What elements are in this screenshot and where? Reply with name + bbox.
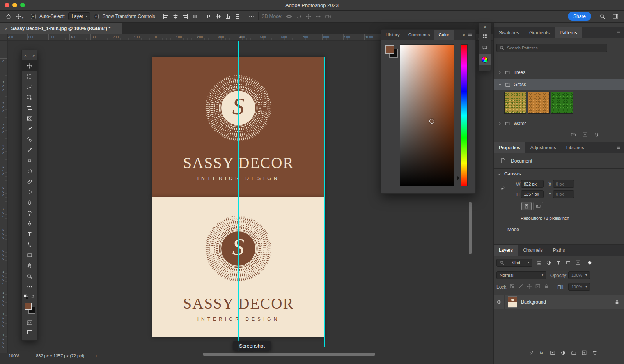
pattern-group-water[interactable]: Water — [494, 118, 624, 129]
auto-select-dropdown[interactable]: Layer ▾ — [68, 12, 90, 20]
guide-horizontal-2[interactable] — [8, 254, 493, 254]
delete-pattern-icon[interactable] — [594, 132, 599, 137]
orientation-landscape-button[interactable] — [533, 202, 543, 210]
hand-tool[interactable] — [22, 260, 37, 271]
home-icon[interactable] — [5, 13, 12, 19]
pattern-thumb-grass-yellow[interactable] — [504, 92, 526, 114]
filter-toggle[interactable] — [588, 261, 592, 265]
new-group-icon[interactable] — [571, 350, 576, 355]
tab-comments[interactable]: Comments — [404, 30, 434, 40]
tab-adjustments[interactable]: Adjustments — [525, 142, 561, 153]
layer-thumbnail[interactable] — [508, 296, 517, 308]
orientation-portrait-button[interactable] — [521, 202, 532, 210]
width-field[interactable] — [521, 180, 544, 188]
gradient-tool[interactable] — [22, 187, 37, 197]
height-field[interactable] — [521, 190, 544, 198]
tab-history[interactable]: History — [381, 30, 404, 40]
zoom-tool[interactable] — [22, 271, 37, 281]
marquee-tool[interactable] — [22, 71, 37, 81]
tab-color[interactable]: Color — [434, 30, 453, 40]
hue-slider-marker[interactable] — [457, 176, 460, 180]
healing-brush-tool[interactable] — [22, 134, 37, 145]
rectangle-tool[interactable] — [22, 250, 37, 260]
lock-artboard-icon[interactable] — [535, 284, 541, 289]
chevron-down-icon[interactable] — [497, 172, 501, 176]
default-colors-icon[interactable] — [24, 294, 28, 299]
lock-pixels-icon[interactable] — [518, 284, 523, 289]
quick-mask-icon[interactable] — [27, 320, 33, 326]
distribute-horizontal-icon[interactable] — [192, 13, 198, 19]
eyedropper-tool[interactable] — [22, 124, 37, 134]
panel-color-swatches[interactable] — [385, 45, 399, 59]
dodge-tool[interactable] — [22, 208, 37, 218]
filter-pixel-layers-icon[interactable] — [536, 260, 542, 265]
more-align-options-icon[interactable] — [248, 13, 255, 19]
show-transform-checkbox[interactable]: ✓ — [94, 14, 99, 19]
panel-icon-color[interactable] — [479, 54, 491, 65]
layer-visibility-toggle[interactable] — [494, 295, 505, 309]
tab-gradients[interactable]: Gradients — [524, 27, 555, 38]
swap-colors-icon[interactable] — [30, 294, 35, 299]
guide-vertical-right[interactable] — [324, 57, 325, 347]
saturation-brightness-field[interactable] — [400, 44, 454, 186]
tab-properties[interactable]: Properties — [494, 142, 525, 153]
fill-dropdown[interactable]: 100% ▾ — [568, 283, 590, 291]
x-field[interactable] — [553, 180, 574, 188]
guide-vertical-left[interactable] — [152, 57, 152, 347]
new-adjustment-layer-icon[interactable] — [560, 350, 566, 355]
crop-tool[interactable] — [22, 102, 37, 113]
link-dimensions-icon[interactable] — [500, 186, 505, 191]
panel-menu-icon[interactable] — [616, 145, 621, 150]
pen-tool[interactable] — [22, 218, 37, 229]
close-tab-icon[interactable]: × — [5, 26, 8, 32]
new-pattern-group-icon[interactable] — [571, 132, 576, 137]
expand-panels-icon[interactable]: « — [479, 23, 491, 30]
close-toolbar-icon[interactable]: × — [24, 53, 27, 58]
tab-paths[interactable]: Paths — [548, 245, 570, 256]
pattern-thumb-grass-tan[interactable] — [528, 92, 550, 114]
y-field[interactable] — [553, 190, 574, 198]
move-tool[interactable] — [22, 60, 37, 71]
pattern-search[interactable] — [496, 44, 607, 52]
tab-patterns[interactable]: Patterns — [555, 27, 582, 38]
zoom-level[interactable]: 100% — [9, 353, 20, 358]
panel-icon-comments[interactable] — [479, 42, 491, 54]
add-layer-mask-icon[interactable] — [550, 350, 555, 355]
auto-select-checkbox[interactable]: ✓ — [31, 14, 36, 19]
panel-menu-icon[interactable] — [616, 30, 621, 35]
delete-layer-icon[interactable] — [592, 350, 597, 355]
tab-channels[interactable]: Channels — [518, 245, 548, 256]
new-pattern-icon[interactable] — [582, 132, 588, 137]
search-icon[interactable] — [599, 13, 606, 19]
share-button[interactable]: Share — [568, 12, 591, 21]
layer-name[interactable]: Background — [521, 299, 546, 305]
layer-filter-kind-dropdown[interactable]: Kind ▾ — [496, 259, 532, 267]
eraser-tool[interactable] — [22, 176, 37, 187]
tab-swatches[interactable]: Swatches — [494, 27, 524, 38]
align-center-horizontal-icon[interactable] — [172, 13, 179, 19]
filter-smart-objects-icon[interactable] — [575, 260, 581, 265]
canvas-section-header[interactable]: Canvas — [504, 171, 521, 177]
link-layers-icon[interactable] — [529, 350, 534, 355]
pattern-group-grass[interactable]: Grass — [494, 79, 624, 90]
search-input[interactable] — [507, 46, 604, 50]
foreground-background-swatches[interactable] — [22, 301, 38, 318]
tab-layers[interactable]: Layers — [494, 245, 518, 256]
hue-slider[interactable] — [461, 44, 468, 186]
frame-tool[interactable] — [22, 113, 37, 124]
guide-vertical-center[interactable] — [238, 41, 239, 351]
blend-mode-dropdown[interactable]: Normal ▾ — [496, 271, 546, 279]
foreground-color-swatch[interactable] — [385, 45, 394, 54]
clone-stamp-tool[interactable] — [22, 155, 37, 166]
foreground-color-swatch[interactable] — [25, 303, 32, 310]
color-picker-marker[interactable] — [429, 119, 434, 124]
history-brush-tool[interactable] — [22, 166, 37, 176]
tab-libraries[interactable]: Libraries — [561, 142, 589, 153]
vertical-scrollbar[interactable] — [469, 202, 472, 254]
align-left-icon[interactable] — [163, 13, 169, 19]
filter-shape-layers-icon[interactable] — [566, 260, 571, 265]
filter-type-layers-icon[interactable] — [556, 260, 561, 265]
ruler-vertical[interactable]: 0100200300400500600700800900100011001200… — [0, 41, 8, 353]
edit-toolbar-button[interactable] — [22, 281, 37, 292]
collapse-panel-icon[interactable]: » — [461, 32, 468, 37]
